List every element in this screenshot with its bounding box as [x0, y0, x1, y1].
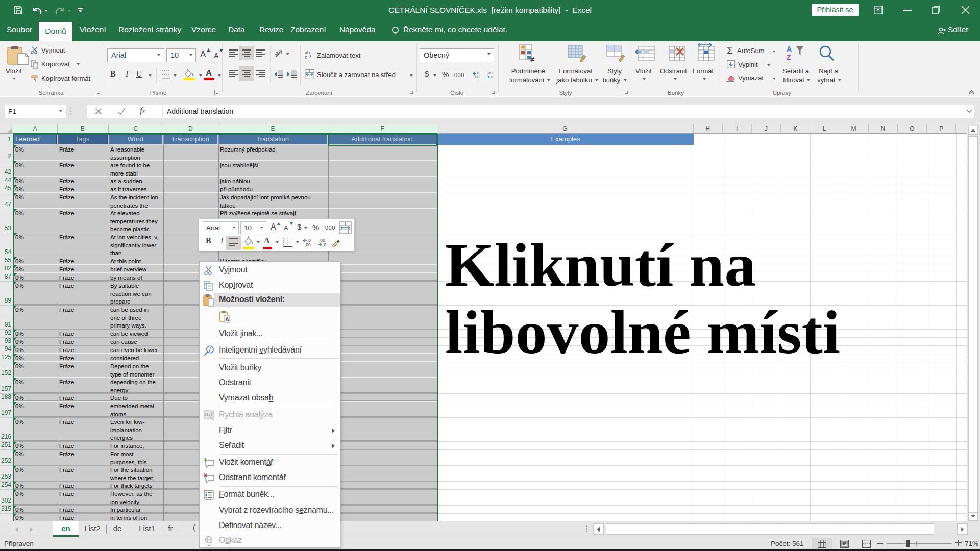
- svg-text:A: A: [225, 316, 229, 322]
- svg-text:≠: ≠: [530, 55, 535, 63]
- svg-text:,0: ,0: [490, 74, 493, 79]
- svg-text:Z: Z: [787, 53, 791, 61]
- svg-text:,00: ,00: [474, 74, 479, 79]
- svg-text:i: i: [209, 347, 211, 353]
- svg-text:A: A: [787, 45, 792, 53]
- svg-text:c: c: [305, 55, 307, 60]
- svg-text:,00: ,00: [305, 242, 311, 247]
- svg-text:,0: ,0: [323, 242, 326, 247]
